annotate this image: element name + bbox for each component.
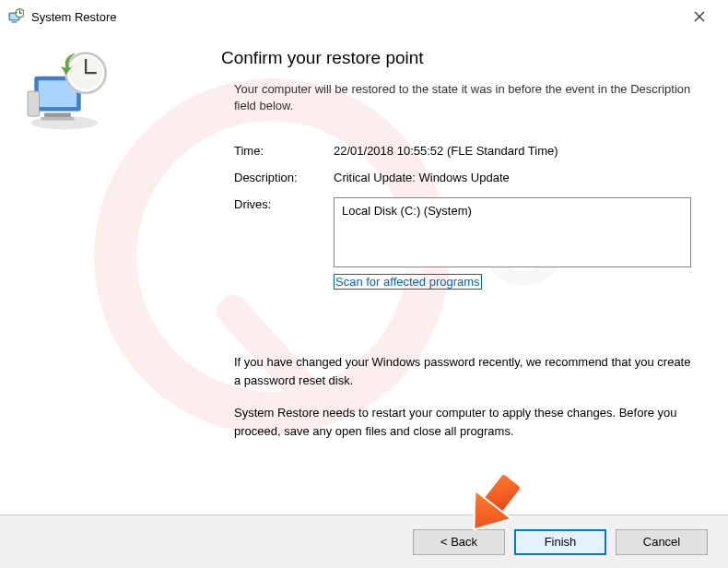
page-heading: Confirm your restore point [221, 48, 691, 68]
svg-rect-10 [44, 112, 71, 117]
time-row: Time: 22/01/2018 10:55:52 (FLE Standard … [221, 144, 691, 158]
svg-rect-5 [12, 21, 18, 23]
svg-rect-12 [28, 91, 40, 116]
password-warning-text: If you have changed your Windows passwor… [234, 353, 691, 389]
intro-text: Your computer will be restored to the st… [221, 81, 691, 114]
window-title: System Restore [31, 10, 678, 24]
drives-row: Drives: Local Disk (C:) (System) [221, 197, 691, 267]
restore-illustration-icon [24, 50, 116, 133]
time-value: 22/01/2018 10:55:52 (FLE Standard Time) [334, 144, 691, 158]
drives-listbox[interactable]: Local Disk (C:) (System) [334, 197, 691, 267]
finish-button[interactable]: Finish [514, 529, 606, 555]
restart-warning-text: System Restore needs to restart your com… [234, 404, 691, 440]
footer: < Back Finish Cancel [0, 515, 728, 568]
time-label: Time: [234, 144, 334, 158]
cancel-button[interactable]: Cancel [616, 529, 708, 555]
left-column [9, 33, 221, 502]
drives-label: Drives: [234, 197, 334, 211]
scan-link-row: Scan for affected programs [221, 275, 691, 289]
description-row: Description: Critical Update: Windows Up… [221, 171, 691, 184]
svg-rect-11 [41, 117, 75, 121]
warning-block: If you have changed your Windows passwor… [221, 353, 691, 440]
description-label: Description: [234, 171, 334, 184]
content-area: Confirm your restore point Your computer… [0, 33, 728, 502]
system-restore-icon [7, 8, 24, 25]
back-button[interactable]: < Back [413, 529, 505, 555]
drive-item[interactable]: Local Disk (C:) (System) [342, 204, 683, 218]
close-button[interactable] [678, 3, 721, 30]
right-column: Confirm your restore point Your computer… [221, 33, 719, 502]
close-icon [694, 11, 705, 22]
description-value: Critical Update: Windows Update [334, 171, 691, 184]
scan-affected-programs-link[interactable]: Scan for affected programs [334, 274, 482, 290]
titlebar: System Restore [0, 0, 728, 33]
